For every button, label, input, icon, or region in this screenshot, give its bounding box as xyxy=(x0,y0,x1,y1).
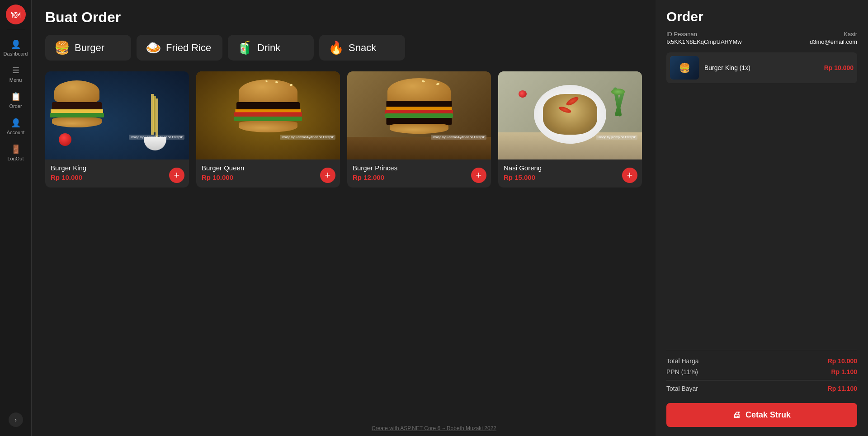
id-pesanan-value: Ix5KK1N8EKqCmpUARYMw xyxy=(666,38,742,45)
products-grid: Image by KamranAydinov on Freepik Burger… xyxy=(45,71,642,188)
product-image-nasi-goreng: Image by jcomp on Freepik xyxy=(498,71,642,159)
product-info-nasi-goreng: Nasi Goreng Rp 15.000 + xyxy=(498,159,642,188)
product-name-burger-princes: Burger Princes xyxy=(353,164,486,172)
product-card-burger-queen: Image by KamranAydinov on Freepik Burger… xyxy=(196,71,340,188)
ppn-value: Rp 1.100 xyxy=(831,368,857,375)
add-button-burger-queen[interactable]: + xyxy=(320,168,335,183)
total-harga-label: Total Harga xyxy=(666,357,699,365)
product-name-burger-queen: Burger Queen xyxy=(202,164,335,172)
product-card-nasi-goreng: Image by jcomp on Freepik Nasi Goreng Rp… xyxy=(498,71,642,188)
order-title: Order xyxy=(666,9,857,24)
sidebar-item-logout[interactable]: 🚪 LogOut xyxy=(0,140,31,166)
product-price-burger-king: Rp 10.000 xyxy=(51,173,184,181)
app-logo[interactable]: 🍽 xyxy=(6,5,26,24)
product-image-burger-king: Image by KamranAydinov on Freepik xyxy=(45,71,189,159)
fried-rice-category-icon: 🍛 xyxy=(146,40,161,55)
product-image-burger-princes: Image by KamranAydinov on Freepik xyxy=(347,71,491,159)
cetak-struk-button[interactable]: 🖨 Cetak Struk xyxy=(666,403,857,427)
add-button-burger-princes[interactable]: + xyxy=(471,168,486,183)
sidebar-expand-button[interactable]: › xyxy=(9,413,23,427)
sidebar-item-label-menu: Menu xyxy=(9,77,22,83)
account-icon: 👤 xyxy=(11,118,21,128)
sidebar-item-dashboard[interactable]: 👤 Dashboard xyxy=(0,35,31,61)
add-button-burger-king[interactable]: + xyxy=(169,168,184,183)
order-items-list: 🍔 Burger King (1x) Rp 10.000 xyxy=(666,52,857,341)
sidebar-item-label-dashboard: Dashboard xyxy=(4,51,28,56)
fried-rice-category-label: Fried Rice xyxy=(166,42,211,54)
product-price-nasi-goreng: Rp 15.000 xyxy=(504,173,637,181)
order-item-name: Burger King (1x) xyxy=(704,64,819,71)
order-meta-left: ID Pesanan Ix5KK1N8EKqCmpUARYMw xyxy=(666,31,742,45)
snack-category-label: Snack xyxy=(349,42,376,54)
product-info-burger-princes: Burger Princes Rp 12.000 + xyxy=(347,159,491,188)
sidebar-item-label-order: Order xyxy=(9,103,22,109)
dashboard-icon: 👤 xyxy=(11,39,21,49)
sidebar-item-label-account: Account xyxy=(7,130,25,135)
category-tabs: 🍔 Burger 🍛 Fried Rice 🧃 Drink 🔥 Snack xyxy=(45,35,642,61)
total-harga-value: Rp 10.000 xyxy=(828,357,857,365)
kasir-value: d3mo@email.com xyxy=(810,38,857,45)
category-tab-drink[interactable]: 🧃 Drink xyxy=(228,35,314,61)
sidebar-item-label-logout: LogOut xyxy=(7,156,24,161)
burger-category-label: Burger xyxy=(75,42,104,54)
order-meta-right: Kasir d3mo@email.com xyxy=(810,31,857,45)
order-panel: Order ID Pesanan Ix5KK1N8EKqCmpUARYMw Ka… xyxy=(656,0,868,436)
order-totals: Total Harga Rp 10.000 PPN (11%) Rp 1.100… xyxy=(666,350,857,392)
footer-credit[interactable]: Create with ASP.NET Core 6 ~ Robeth Muza… xyxy=(372,425,496,431)
add-button-nasi-goreng[interactable]: + xyxy=(622,168,637,183)
order-item-image: 🍔 xyxy=(670,56,699,80)
page-title: Buat Order xyxy=(45,9,642,26)
product-info-burger-king: Burger King Rp 10.000 + xyxy=(45,159,189,188)
ppn-label: PPN (11%) xyxy=(666,368,698,375)
category-tab-burger[interactable]: 🍔 Burger xyxy=(45,35,131,61)
category-tab-snack[interactable]: 🔥 Snack xyxy=(319,35,405,61)
order-meta: ID Pesanan Ix5KK1N8EKqCmpUARYMw Kasir d3… xyxy=(666,31,857,45)
kasir-label: Kasir xyxy=(810,31,857,38)
product-card-burger-king: Image by KamranAydinov on Freepik Burger… xyxy=(45,71,189,188)
product-card-burger-princes: Image by KamranAydinov on Freepik Burger… xyxy=(347,71,491,188)
order-item-price: Rp 10.000 xyxy=(824,64,854,71)
product-info-burger-queen: Burger Queen Rp 10.000 + xyxy=(196,159,340,188)
drink-category-label: Drink xyxy=(257,42,280,54)
logo-icon: 🍽 xyxy=(11,9,20,20)
chevron-right-icon: › xyxy=(14,416,17,423)
product-price-burger-princes: Rp 12.000 xyxy=(353,173,486,181)
logout-icon: 🚪 xyxy=(11,144,21,154)
snack-category-icon: 🔥 xyxy=(328,40,344,55)
category-tab-fried-rice[interactable]: 🍛 Fried Rice xyxy=(137,35,222,61)
print-icon: 🖨 xyxy=(733,410,741,420)
product-image-burger-queen: Image by KamranAydinov on Freepik xyxy=(196,71,340,159)
id-pesanan-label: ID Pesanan xyxy=(666,31,742,38)
product-name-burger-king: Burger King xyxy=(51,164,184,172)
sidebar-item-order[interactable]: 📋 Order xyxy=(0,87,31,113)
order-item: 🍔 Burger King (1x) Rp 10.000 xyxy=(666,52,857,83)
ppn-row: PPN (11%) Rp 1.100 xyxy=(666,368,857,375)
sidebar-divider xyxy=(7,30,25,30)
sidebar: 🍽 👤 Dashboard ☰ Menu 📋 Order 👤 Account 🚪… xyxy=(0,0,32,436)
burger-category-icon: 🍔 xyxy=(54,40,70,55)
main-content: Buat Order 🍔 Burger 🍛 Fried Rice 🧃 Drink… xyxy=(32,0,656,436)
total-harga-row: Total Harga Rp 10.000 xyxy=(666,357,857,365)
order-icon: 📋 xyxy=(11,92,21,102)
drink-category-icon: 🧃 xyxy=(237,40,253,55)
menu-icon: ☰ xyxy=(12,66,19,75)
product-price-burger-queen: Rp 10.000 xyxy=(202,173,335,181)
sidebar-item-menu[interactable]: ☰ Menu xyxy=(0,61,31,87)
cetak-struk-label: Cetak Struk xyxy=(745,410,791,420)
total-bayar-value: Rp 11.100 xyxy=(828,385,857,392)
total-bayar-row: Total Bayar Rp 11.100 xyxy=(666,380,857,392)
sidebar-item-account[interactable]: 👤 Account xyxy=(0,113,31,140)
total-bayar-label: Total Bayar xyxy=(666,385,698,392)
product-name-nasi-goreng: Nasi Goreng xyxy=(504,164,637,172)
